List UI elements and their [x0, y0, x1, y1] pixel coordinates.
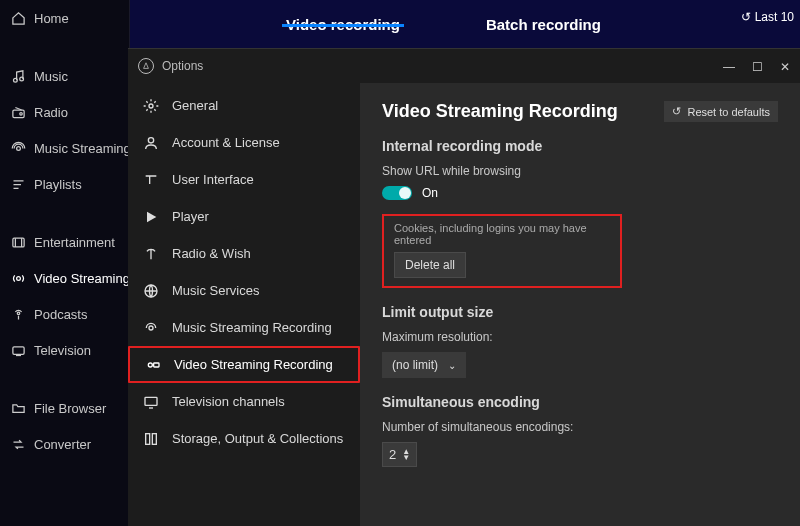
sidebar-item-label: Music Streaming — [34, 141, 129, 156]
close-button[interactable]: ✕ — [774, 56, 796, 78]
last-label: Last 10 — [755, 10, 794, 24]
home-icon — [10, 10, 26, 26]
select-value: (no limit) — [392, 358, 438, 372]
options-item-storage[interactable]: Storage, Output & Collections — [128, 420, 360, 457]
cookies-hint: Cookies, including logins you may have e… — [394, 222, 610, 246]
svg-point-9 — [149, 104, 153, 108]
options-item-label: Account & License — [172, 135, 280, 150]
chevron-down-icon: ⌄ — [448, 360, 456, 371]
options-item-account[interactable]: Account & License — [128, 124, 360, 161]
sidebar-item-video-streaming[interactable]: Video Streaming — [0, 260, 129, 296]
sidebar-item-label: Entertainment — [34, 235, 115, 250]
delete-all-label: Delete all — [405, 258, 455, 272]
toggle-state-label: On — [422, 186, 438, 200]
reset-icon: ↺ — [672, 105, 681, 118]
sim-encoding-label: Number of simultaneous encodings: — [382, 420, 778, 434]
options-item-radio[interactable]: Radio & Wish — [128, 235, 360, 272]
sidebar-item-label: Converter — [34, 437, 91, 452]
options-item-label: Video Streaming Recording — [174, 357, 333, 372]
maximize-button[interactable]: ☐ — [746, 56, 768, 78]
options-item-label: Storage, Output & Collections — [172, 431, 343, 446]
sidebar-item-file-browser[interactable]: File Browser — [0, 390, 129, 426]
music-record-icon — [142, 319, 160, 337]
sidebar-item-podcasts[interactable]: Podcasts — [0, 296, 129, 332]
options-item-label: Television channels — [172, 394, 285, 409]
radio-icon — [10, 104, 26, 120]
options-item-label: Radio & Wish — [172, 246, 251, 261]
app-logo-icon — [138, 58, 154, 74]
tab-video-recording[interactable]: Video recording — [258, 16, 428, 33]
sidebar-item-music-streaming[interactable]: Music Streaming — [0, 130, 129, 166]
svg-point-7 — [17, 312, 20, 315]
last-recordings-button[interactable]: ↺ Last 10 — [741, 10, 794, 24]
minimize-button[interactable]: — — [718, 56, 740, 78]
video-streaming-icon — [10, 270, 26, 286]
tab-batch-recording[interactable]: Batch recording — [458, 16, 629, 33]
user-icon — [142, 134, 160, 152]
svg-point-6 — [16, 276, 20, 280]
sidebar-item-television[interactable]: Television — [0, 332, 129, 368]
svg-rect-5 — [12, 238, 23, 247]
sim-encoding-stepper[interactable]: 2 ▲ ▼ — [382, 442, 417, 467]
svg-point-13 — [148, 363, 152, 367]
music-streaming-icon — [10, 140, 26, 156]
sidebar-item-label: File Browser — [34, 401, 106, 416]
reset-defaults-button[interactable]: ↺ Reset to defaults — [664, 101, 778, 122]
delete-all-button[interactable]: Delete all — [394, 252, 466, 278]
globe-icon — [142, 282, 160, 300]
svg-point-4 — [16, 146, 20, 150]
sidebar-item-label: Music — [34, 69, 68, 84]
options-item-label: User Interface — [172, 172, 254, 187]
tab-label: Video recording — [286, 16, 400, 33]
sidebar-item-label: Podcasts — [34, 307, 87, 322]
options-item-tv-channels[interactable]: Television channels — [128, 383, 360, 420]
sidebar-item-label: Video Streaming — [34, 271, 129, 286]
sidebar-item-label: Home — [34, 11, 69, 26]
stepper-value: 2 — [389, 447, 396, 462]
sidebar-item-radio[interactable]: Radio — [0, 94, 129, 130]
podcasts-icon — [10, 306, 26, 322]
options-item-music-services[interactable]: Music Services — [128, 272, 360, 309]
history-icon: ↺ — [741, 10, 751, 24]
options-window: Options General Account & License User I… — [128, 48, 800, 526]
options-item-label: Music Services — [172, 283, 259, 298]
sidebar-item-label: Playlists — [34, 177, 82, 192]
options-window-title: Options — [162, 59, 203, 73]
sidebar-item-converter[interactable]: Converter — [0, 426, 129, 462]
options-item-ui[interactable]: User Interface — [128, 161, 360, 198]
app-sidebar: Home Music Radio Music Streaming Playlis… — [0, 0, 130, 526]
sidebar-item-entertainment[interactable]: Entertainment — [0, 224, 129, 260]
stepper-down-icon[interactable]: ▼ — [402, 455, 410, 461]
sidebar-item-music[interactable]: Music — [0, 58, 129, 94]
options-item-video-recording[interactable]: Video Streaming Recording — [128, 346, 360, 383]
music-icon — [10, 68, 26, 84]
folder-icon — [10, 400, 26, 416]
svg-rect-16 — [146, 433, 150, 444]
svg-point-12 — [149, 326, 153, 330]
options-item-player[interactable]: Player — [128, 198, 360, 235]
options-item-music-recording[interactable]: Music Streaming Recording — [128, 309, 360, 346]
brush-icon — [142, 171, 160, 189]
svg-point-10 — [148, 137, 153, 142]
svg-rect-17 — [152, 433, 156, 444]
entertainment-icon — [10, 234, 26, 250]
monitor-icon — [142, 393, 160, 411]
options-item-general[interactable]: General — [128, 87, 360, 124]
options-content: Video Streaming Recording ↺ Reset to def… — [360, 83, 800, 526]
section-internal-recording: Internal recording mode — [382, 138, 778, 154]
svg-rect-8 — [12, 346, 23, 354]
tab-label: Batch recording — [486, 16, 601, 33]
window-controls: — ☐ ✕ — [718, 56, 796, 78]
show-url-toggle[interactable] — [382, 186, 412, 200]
play-icon — [142, 208, 160, 226]
show-url-label: Show URL while browsing — [382, 164, 778, 178]
sidebar-item-playlists[interactable]: Playlists — [0, 166, 129, 202]
reset-label: Reset to defaults — [687, 106, 770, 118]
svg-rect-14 — [154, 363, 159, 367]
antenna-icon — [142, 245, 160, 263]
max-resolution-select[interactable]: (no limit) ⌄ — [382, 352, 466, 378]
sidebar-item-home[interactable]: Home — [0, 0, 129, 36]
storage-icon — [142, 430, 160, 448]
sidebar-item-label: Television — [34, 343, 91, 358]
playlist-icon — [10, 176, 26, 192]
